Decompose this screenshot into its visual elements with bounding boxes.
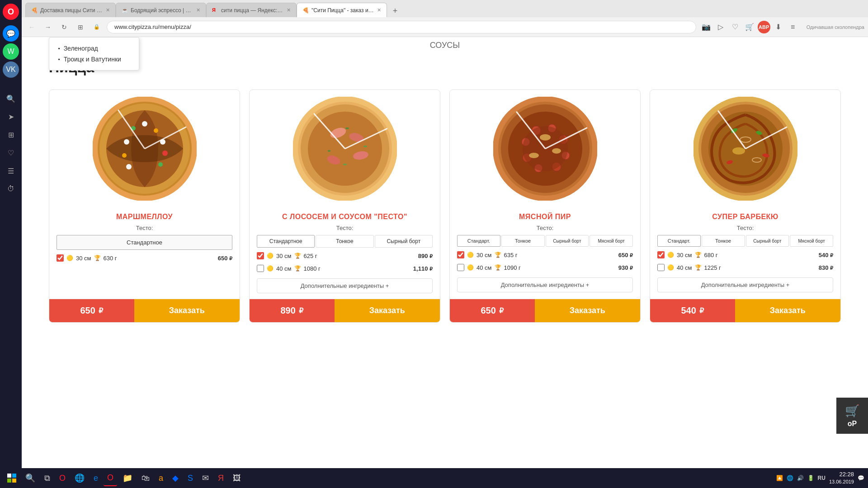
heart-icon[interactable]: ♡ <box>3 145 19 161</box>
send-icon[interactable]: ➤ <box>3 108 19 125</box>
dough-btn-meat-bbq[interactable]: Мясной борт <box>790 235 833 247</box>
taskbar-amazon-button[interactable]: a <box>155 470 167 486</box>
bookmark-icon[interactable]: ♡ <box>729 21 741 33</box>
address-input[interactable] <box>107 21 696 33</box>
svg-point-56 <box>732 147 745 155</box>
dough-btn-thin-bbq[interactable]: Тонкое <box>702 235 745 247</box>
size-checkbox-bbq-30[interactable] <box>657 251 665 258</box>
tab-4[interactable]: 🍕 "Сити Пицца" - заказ и до... ✕ <box>297 3 387 17</box>
dough-label-meat: Тесто: <box>457 225 633 231</box>
taskbar-clock[interactable]: 22:28 13.06.2019 <box>829 470 854 486</box>
cart-toolbar-icon[interactable]: 🛒 <box>743 21 756 33</box>
size-checkbox-salmon-30[interactable] <box>257 252 264 259</box>
lang-indicator[interactable]: RU <box>818 475 826 481</box>
forward-button[interactable]: → <box>42 21 54 33</box>
size-checkbox-meat-40[interactable] <box>457 264 464 271</box>
pizza-name-marshmallow: МАРШМЕЛЛОУ <box>57 213 232 221</box>
vk-icon[interactable]: VK <box>3 61 19 78</box>
dough-btn-thin-salmon[interactable]: Тонкое <box>316 235 373 248</box>
taskbar-start-button[interactable] <box>4 470 20 486</box>
taskbar-search-button[interactable]: 🔍 <box>22 470 39 486</box>
taskbar-chrome-button[interactable]: 🌐 <box>71 470 88 486</box>
order-btn-meat[interactable]: Заказать <box>535 299 640 322</box>
cast-icon[interactable]: ▷ <box>714 21 727 33</box>
taskbar-opera-button[interactable]: O <box>56 470 69 486</box>
size-checkbox-marshmallow-30[interactable] <box>57 254 64 262</box>
page-content: Зеленоград Троицк и Ватутинки СОУСЫ Пицц… <box>22 37 868 488</box>
svg-point-23 <box>363 145 367 147</box>
taskbar-mail-button[interactable]: ✉ <box>198 470 212 486</box>
tab-3-close[interactable]: ✕ <box>287 7 291 13</box>
extra-ingredients-btn-bbq[interactable]: Дополнительные ингредиенты + <box>657 277 833 292</box>
size-weight-marshmallow: 630 г <box>104 255 117 262</box>
vpn-button[interactable]: 🔒 <box>90 21 103 33</box>
download-icon[interactable]: ⬇ <box>772 21 785 33</box>
size-row-bbq-40: 🟡 40 см 🏆 1225 г 830 ₽ <box>657 263 833 272</box>
dough-btn-standard-marshmallow[interactable]: Стандартное <box>57 235 232 250</box>
dropdown-item-zelenogra[interactable]: Зеленоград <box>58 43 130 54</box>
size-weight-salmon-30: 625 г <box>304 253 317 259</box>
network-icon: 🌐 <box>787 475 793 481</box>
size-icon-weight-salmon-30: 🏆 <box>294 253 301 259</box>
pizza-name-salmon: С ЛОСОСЕМ И СОУСОМ "ПЕСТО" <box>257 213 433 221</box>
dough-btn-standard-meat[interactable]: Стандарт. <box>457 235 500 247</box>
dough-btn-standard-bbq[interactable]: Стандарт. <box>657 235 701 247</box>
opera-logo-icon[interactable]: O <box>3 4 19 20</box>
history-icon[interactable]: ⏱ <box>3 181 19 197</box>
svg-point-43 <box>529 153 539 158</box>
whatsapp-icon[interactable]: W <box>3 43 19 60</box>
home-button[interactable]: ⊞ <box>74 21 87 33</box>
size-cm-bbq-40: 40 см <box>677 264 692 271</box>
notification-icon[interactable]: 💬 <box>858 475 864 481</box>
dropdown-item-troitsk[interactable]: Троицк и Ватутинки <box>58 54 130 65</box>
dough-btn-cheese-salmon[interactable]: Сырный борт <box>375 235 433 248</box>
messenger-icon[interactable]: 💬 <box>3 25 19 42</box>
floating-cart-button[interactable]: 🛒 oP <box>836 398 868 434</box>
tab-2-close[interactable]: ✕ <box>196 7 200 13</box>
size-checkbox-bbq-40[interactable] <box>657 264 665 271</box>
apps-icon[interactable]: ⊞ <box>3 127 19 143</box>
tab-1[interactable]: 🍕 Доставка пиццы Сити Пи... ✕ <box>25 3 116 17</box>
taskbar-app5-button[interactable]: S <box>184 470 197 486</box>
taskbar-opera2-button[interactable]: O <box>104 470 117 486</box>
menu-icon[interactable]: ≡ <box>787 21 799 33</box>
dough-btn-standard-salmon[interactable]: Стандартное <box>257 235 315 248</box>
dough-btn-meat-meat[interactable]: Мясной борт <box>590 235 633 247</box>
extra-ingredients-btn-salmon[interactable]: Дополнительные ингредиенты + <box>257 278 433 293</box>
screenshot-icon[interactable]: 📷 <box>700 21 712 33</box>
new-tab-button[interactable]: + <box>389 5 401 17</box>
taskbar-explorer-button[interactable]: 📁 <box>119 470 136 486</box>
user-avatar[interactable]: ABP <box>758 21 770 33</box>
size-price-meat-30: 650 ₽ <box>618 252 633 258</box>
pizza-image-meat <box>450 90 640 207</box>
buy-price-marshmallow: 650 ₽ <box>49 299 134 322</box>
order-btn-salmon[interactable]: Заказать <box>335 299 440 322</box>
size-checkbox-meat-30[interactable] <box>457 251 464 258</box>
tab-4-close[interactable]: ✕ <box>377 7 381 13</box>
search-icon[interactable]: 🔍 <box>3 90 19 107</box>
order-btn-bbq[interactable]: Заказать <box>735 299 840 322</box>
taskbar-yandex-button[interactable]: Я <box>214 470 227 486</box>
taskbar-task-view-button[interactable]: ⧉ <box>41 470 54 486</box>
tab-1-close[interactable]: ✕ <box>106 7 110 13</box>
header-right-text: Одичавшая сколопендра <box>807 24 864 30</box>
pizza-visual-meat <box>493 97 597 201</box>
dough-btn-cheese-meat[interactable]: Сырный борт <box>546 235 589 247</box>
taskbar-store-button[interactable]: 🛍 <box>138 470 153 486</box>
dough-btn-thin-meat[interactable]: Тонкое <box>501 235 545 247</box>
reload-button[interactable]: ↻ <box>58 21 71 33</box>
order-btn-marshmallow[interactable]: Заказать <box>134 299 240 322</box>
taskbar-date-text: 13.06.2019 <box>829 479 854 485</box>
back-button[interactable]: ← <box>25 21 38 33</box>
size-checkbox-salmon-40[interactable] <box>257 265 264 272</box>
tab-2[interactable]: ☕ Бодрящий эспрессо | Отз... ✕ <box>116 3 206 17</box>
taskbar-edge-button[interactable]: e <box>90 470 102 486</box>
taskbar-dropbox-button[interactable]: ◆ <box>169 470 182 486</box>
extra-ingredients-btn-meat[interactable]: Дополнительные ингредиенты + <box>457 277 633 292</box>
tab-3[interactable]: Я сити пицца — Яндекс: на... ✕ <box>206 3 297 17</box>
size-icon-coin-meat-40: 🟡 <box>467 264 474 271</box>
dough-btn-cheese-bbq[interactable]: Сырный борт <box>746 235 789 247</box>
taskbar-photos-button[interactable]: 🖼 <box>229 470 245 486</box>
category-soussy: СОУСЫ <box>49 37 841 54</box>
news-icon[interactable]: ☰ <box>3 163 19 179</box>
